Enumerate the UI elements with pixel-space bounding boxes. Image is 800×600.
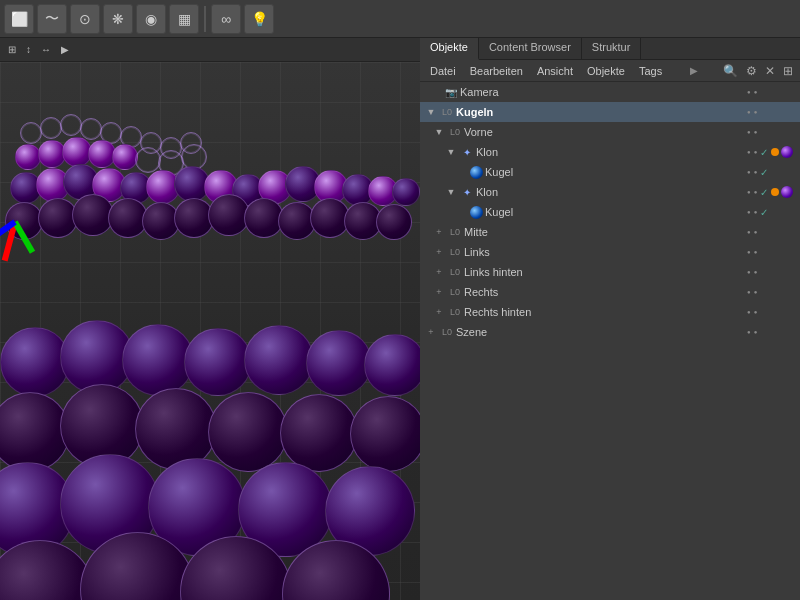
settings-icon-btn[interactable]: ⚙	[743, 63, 760, 79]
menu-bearbeiten[interactable]: Bearbeiten	[464, 63, 529, 79]
expand-icon-btn[interactable]: ⊞	[780, 63, 796, 79]
menu-datei[interactable]: Datei	[424, 63, 462, 79]
klon2-icon: ✦	[458, 187, 476, 198]
vorne-expand[interactable]: ▼	[432, 127, 446, 137]
links-dot2: ●	[754, 249, 758, 255]
klon1-tag-sphere[interactable]	[781, 146, 793, 158]
klon2-dot1: ●	[747, 189, 751, 195]
obj-row-mitte[interactable]: + L0 Mitte ● ●	[420, 222, 800, 242]
vp-nav-btn[interactable]: ↕	[22, 43, 35, 56]
obj-row-vorne[interactable]: ▼ L0 Vorne ● ●	[420, 122, 800, 142]
object-list[interactable]: 📷 Kamera ● ● ▼ L0 Kugeln ● ●	[420, 82, 800, 600]
mitte-tags: ● ●	[746, 229, 796, 235]
kugel2-label: Kugel	[485, 206, 746, 218]
menu-ansicht[interactable]: Ansicht	[531, 63, 579, 79]
scene-canvas	[0, 62, 420, 600]
klon2-tags: ● ● ✓	[746, 186, 796, 198]
rechts-dot1: ●	[747, 289, 751, 295]
klon2-expand[interactable]: ▼	[444, 187, 458, 197]
mitte-dot2: ●	[754, 229, 758, 235]
tab-struktur[interactable]: Struktur	[582, 38, 642, 59]
toolbar-deform-btn[interactable]: ❋	[103, 4, 133, 34]
rechts-dot2: ●	[754, 289, 758, 295]
toolbar-spline-btn[interactable]: 〜	[37, 4, 67, 34]
kugel1-dot2: ●	[754, 169, 758, 175]
links-hinten-label: Links hinten	[464, 266, 746, 278]
klon1-label: Klon	[476, 146, 746, 158]
links-hinten-dot1: ●	[747, 269, 751, 275]
sphere-obj	[280, 394, 358, 472]
mitte-icon: L0	[446, 227, 464, 237]
rechts-expand[interactable]: +	[432, 287, 446, 297]
toolbar-separator-1	[204, 6, 206, 32]
sphere-obj	[306, 330, 372, 396]
kugel2-tags: ● ● ✓	[746, 207, 796, 218]
toolbar-light-btn[interactable]: 💡	[244, 4, 274, 34]
obj-row-kugel1[interactable]: Kugel ● ● ✓	[420, 162, 800, 182]
klon2-label: Klon	[476, 186, 746, 198]
obj-row-klon1[interactable]: ▼ ✦ Klon ● ● ✓	[420, 142, 800, 162]
toolbar-nurbs-btn[interactable]: ⊙	[70, 4, 100, 34]
szene-expand[interactable]: +	[424, 327, 438, 337]
klon1-check: ✓	[760, 147, 768, 158]
kugeln-expand[interactable]: ▼	[424, 107, 438, 117]
sphere-obj	[20, 122, 42, 144]
tab-content-browser[interactable]: Content Browser	[479, 38, 582, 59]
viewport-3d[interactable]: ⊞ ↕ ↔ ▶	[0, 38, 420, 600]
main-area: ⊞ ↕ ↔ ▶	[0, 38, 800, 600]
sphere-obj	[112, 144, 138, 170]
klon2-tag-sphere[interactable]	[781, 186, 793, 198]
links-hinten-icon: L0	[446, 267, 464, 277]
vp-zoom-btn[interactable]: ↔	[37, 43, 55, 56]
vp-render-btn[interactable]: ▶	[57, 43, 73, 56]
kamera-tags: ● ●	[746, 89, 796, 95]
toolbar-camera-btn[interactable]: ▦	[169, 4, 199, 34]
klon1-expand[interactable]: ▼	[444, 147, 458, 157]
obj-row-kamera[interactable]: 📷 Kamera ● ●	[420, 82, 800, 102]
vorne-dot2: ●	[754, 129, 758, 135]
tab-objekte[interactable]: Objekte	[420, 38, 479, 60]
obj-row-kugel2[interactable]: Kugel ● ● ✓	[420, 202, 800, 222]
toolbar-cube-btn[interactable]: ⬜	[4, 4, 34, 34]
sphere-obj	[15, 144, 41, 170]
obj-row-rechts[interactable]: + L0 Rechts ● ●	[420, 282, 800, 302]
obj-row-links[interactable]: + L0 Links ● ●	[420, 242, 800, 262]
obj-row-szene[interactable]: + L0 Szene ● ●	[420, 322, 800, 342]
szene-tags: ● ●	[746, 329, 796, 335]
kugeln-label: Kugeln	[456, 106, 746, 118]
sphere-obj	[364, 334, 420, 396]
close-icon-btn[interactable]: ✕	[762, 63, 778, 79]
kugeln-icon: L0	[438, 107, 456, 117]
rechts-hinten-expand[interactable]: +	[432, 307, 446, 317]
obj-row-rechts-hinten[interactable]: + L0 Rechts hinten ● ●	[420, 302, 800, 322]
menu-objekte[interactable]: Objekte	[581, 63, 631, 79]
rechts-icon: L0	[446, 287, 464, 297]
rechts-hinten-tags: ● ●	[746, 309, 796, 315]
kugeln-dot1: ●	[747, 109, 751, 115]
search-icon-btn[interactable]: 🔍	[720, 63, 741, 79]
menu-tags[interactable]: Tags	[633, 63, 668, 79]
rechts-tags: ● ●	[746, 289, 796, 295]
sphere-obj	[350, 396, 420, 472]
klon2-tag-orange[interactable]	[771, 188, 779, 196]
klon1-tag-orange[interactable]	[771, 148, 779, 156]
links-hinten-expand[interactable]: +	[432, 267, 446, 277]
klon2-dot2: ●	[754, 189, 758, 195]
toolbar-anim-btn[interactable]: ∞	[211, 4, 241, 34]
toolbar-scene-btn[interactable]: ◉	[136, 4, 166, 34]
links-dot1: ●	[747, 249, 751, 255]
obj-row-kugeln[interactable]: ▼ L0 Kugeln ● ●	[420, 102, 800, 122]
szene-label: Szene	[456, 326, 746, 338]
mitte-expand[interactable]: +	[432, 227, 446, 237]
kamera-dot2: ●	[754, 89, 758, 95]
vp-menu-btn[interactable]: ⊞	[4, 43, 20, 56]
kamera-icon: 📷	[442, 87, 460, 98]
links-expand[interactable]: +	[432, 247, 446, 257]
menu-more-arrow[interactable]: ▶	[686, 65, 702, 76]
menu-bar: Datei Bearbeiten Ansicht Objekte Tags ▶ …	[420, 60, 800, 82]
obj-row-links-hinten[interactable]: + L0 Links hinten ● ●	[420, 262, 800, 282]
vorne-label: Vorne	[464, 126, 746, 138]
klon1-tags: ● ● ✓	[746, 146, 796, 158]
kugel1-tags: ● ● ✓	[746, 167, 796, 178]
obj-row-klon2[interactable]: ▼ ✦ Klon ● ● ✓	[420, 182, 800, 202]
